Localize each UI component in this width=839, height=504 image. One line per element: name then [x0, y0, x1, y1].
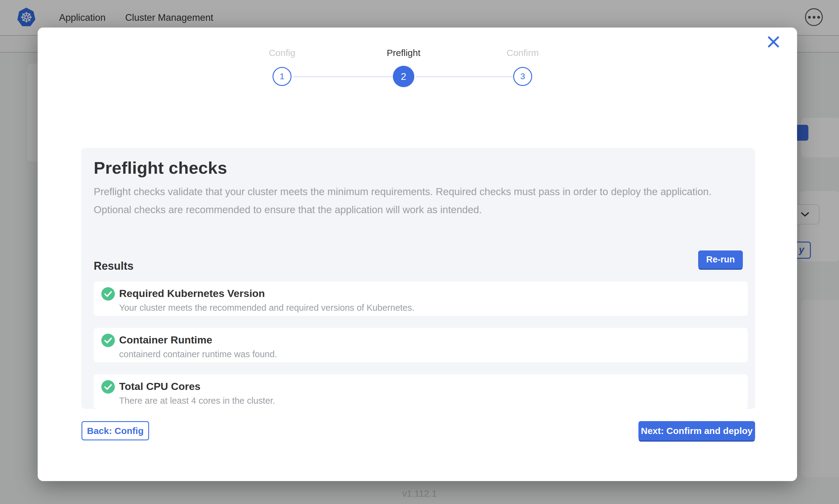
page-title: Preflight checks — [94, 157, 743, 178]
step-label-preflight: Preflight — [387, 48, 421, 58]
preflight-description: Preflight checks validate that your clus… — [94, 183, 734, 219]
app-screen: ☸ Application Cluster Management 0 y v1.… — [0, 0, 839, 504]
check-title: Container Runtime — [119, 333, 277, 346]
results-heading: Results — [94, 260, 134, 272]
check-item-total-cpu-cores: Total CPU Cores There are at least 4 cor… — [94, 374, 748, 409]
check-title: Required Kubernetes Version — [119, 287, 415, 300]
check-detail: Your cluster meets the recommended and r… — [119, 301, 415, 314]
step-connector — [415, 76, 513, 77]
check-results-list: Required Kubernetes Version Your cluster… — [94, 281, 743, 409]
step-circle-1[interactable]: 1 — [273, 67, 291, 86]
rerun-button[interactable]: Re-run — [698, 250, 743, 269]
step-label-confirm: Confirm — [507, 48, 538, 58]
results-header-row: Results Re-run — [94, 250, 743, 272]
close-icon[interactable] — [766, 34, 781, 50]
check-item-container-runtime: Container Runtime containerd container r… — [94, 328, 748, 362]
step-connector — [293, 76, 393, 77]
preflight-modal: Config Preflight Confirm 1 2 3 Preflight… — [38, 28, 797, 481]
step-label-config: Config — [269, 48, 295, 58]
check-title: Total CPU Cores — [119, 380, 275, 393]
check-pass-icon — [101, 334, 115, 347]
check-item-kubernetes-version: Required Kubernetes Version Your cluster… — [94, 281, 748, 316]
check-pass-icon — [101, 287, 115, 301]
back-config-button[interactable]: Back: Config — [82, 421, 149, 440]
modal-footer: Back: Config Next: Confirm and deploy — [82, 421, 755, 440]
check-detail: containerd container runtime was found. — [119, 348, 277, 361]
check-pass-icon — [101, 380, 115, 394]
check-detail: There are at least 4 cores in the cluste… — [119, 394, 275, 407]
step-circle-2[interactable]: 2 — [393, 66, 414, 87]
preflight-panel: Preflight checks Preflight checks valida… — [82, 148, 755, 409]
step-circle-3[interactable]: 3 — [513, 67, 532, 86]
next-confirm-deploy-button[interactable]: Next: Confirm and deploy — [638, 421, 755, 440]
